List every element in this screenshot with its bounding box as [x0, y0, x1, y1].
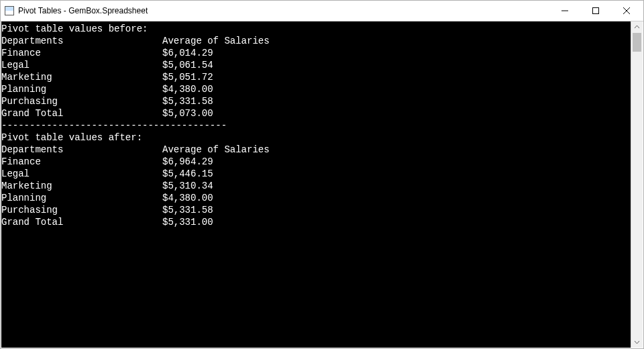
client-area: Pivot table values before: DepartmentsAv…	[1, 21, 643, 348]
chevron-up-icon	[634, 24, 640, 30]
line-after-heading: Pivot table values after:	[1, 132, 631, 144]
table-row: Grand Total$5,073.00	[1, 107, 631, 119]
line-before-heading: Pivot table values before:	[1, 23, 631, 35]
table-row: Purchasing$5,331.58	[1, 204, 631, 216]
dept-value: $5,331.58	[162, 204, 213, 216]
dept-name: Finance	[1, 156, 162, 168]
table-row: Marketing$5,051.72	[1, 71, 631, 83]
window-title: Pivot Tables - GemBox.Spreadsheet	[18, 6, 148, 15]
svg-rect-0	[593, 8, 599, 14]
dept-value: $5,051.72	[162, 71, 213, 83]
dept-name: Legal	[1, 168, 162, 180]
dept-value: $4,380.00	[162, 83, 213, 95]
vertical-scrollbar[interactable]	[631, 21, 643, 348]
col-average-label: Average of Salaries	[162, 144, 270, 156]
maximize-button[interactable]	[580, 1, 611, 21]
dept-value: $5,331.58	[162, 95, 213, 107]
maximize-icon	[592, 7, 599, 14]
line-header-before: DepartmentsAverage of Salaries	[1, 35, 631, 47]
table-row: Finance$6,964.29	[1, 156, 631, 168]
dept-name: Marketing	[1, 71, 162, 83]
dept-name: Grand Total	[1, 107, 162, 119]
table-row: Marketing$5,310.34	[1, 180, 631, 192]
table-row: Planning$4,380.00	[1, 192, 631, 204]
text: ----------------------------------------	[1, 119, 227, 132]
dept-value: $5,331.00	[162, 216, 213, 228]
dept-name: Marketing	[1, 180, 162, 192]
dept-name: Planning	[1, 83, 162, 95]
minimize-button[interactable]	[549, 1, 580, 21]
close-icon	[623, 7, 630, 14]
text: Pivot table values after:	[1, 132, 142, 144]
scroll-up-button[interactable]	[631, 21, 643, 33]
table-row: Legal$5,061.54	[1, 59, 631, 71]
dept-value: $5,073.00	[162, 107, 213, 119]
dept-name: Purchasing	[1, 95, 162, 107]
dept-value: $5,310.34	[162, 180, 213, 192]
dept-name: Grand Total	[1, 216, 162, 228]
col-departments-label: Departments	[1, 35, 162, 47]
dept-name: Finance	[1, 47, 162, 59]
scrollbar-thumb[interactable]	[633, 33, 641, 52]
table-row: Planning$4,380.00	[1, 83, 631, 95]
minimize-icon	[561, 7, 568, 14]
window: Pivot Tables - GemBox.Spreadsheet Pivot …	[0, 0, 644, 349]
dept-name: Legal	[1, 59, 162, 71]
col-departments-label: Departments	[1, 144, 162, 156]
chevron-down-icon	[634, 339, 640, 345]
dept-value: $6,964.29	[162, 156, 213, 168]
line-header-after: DepartmentsAverage of Salaries	[1, 144, 631, 156]
dept-value: $5,061.54	[162, 59, 213, 71]
table-row: Purchasing$5,331.58	[1, 95, 631, 107]
table-row: Finance$6,014.29	[1, 47, 631, 59]
text: Pivot table values before:	[1, 23, 148, 35]
dept-name: Purchasing	[1, 204, 162, 216]
table-row: Legal$5,446.15	[1, 168, 631, 180]
dept-name: Planning	[1, 192, 162, 204]
titlebar[interactable]: Pivot Tables - GemBox.Spreadsheet	[1, 1, 643, 21]
col-average-label: Average of Salaries	[162, 35, 270, 47]
divider-line: ----------------------------------------	[1, 119, 631, 132]
scroll-down-button[interactable]	[631, 336, 643, 348]
dept-value: $4,380.00	[162, 192, 213, 204]
console-output: Pivot table values before: DepartmentsAv…	[1, 21, 631, 348]
close-button[interactable]	[611, 1, 642, 21]
dept-value: $5,446.15	[162, 168, 213, 180]
app-icon	[5, 6, 14, 15]
dept-value: $6,014.29	[162, 47, 213, 59]
table-row: Grand Total$5,331.00	[1, 216, 631, 228]
